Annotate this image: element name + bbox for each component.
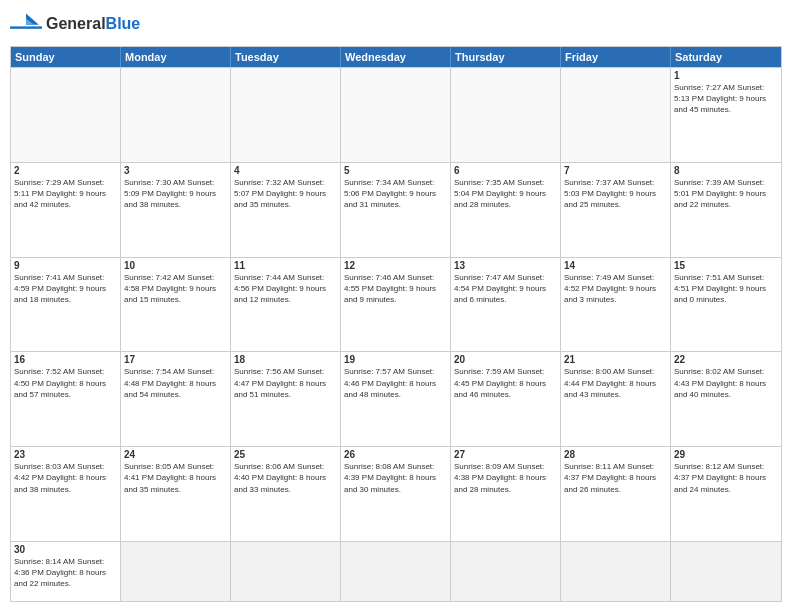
day-number: 24	[124, 449, 227, 460]
day-cell: 2Sunrise: 7:29 AM Sunset: 5:11 PM Daylig…	[11, 163, 121, 257]
day-number: 21	[564, 354, 667, 365]
day-number: 9	[14, 260, 117, 271]
day-info: Sunrise: 7:46 AM Sunset: 4:55 PM Dayligh…	[344, 272, 447, 306]
day-info: Sunrise: 7:54 AM Sunset: 4:48 PM Dayligh…	[124, 366, 227, 400]
day-info: Sunrise: 7:56 AM Sunset: 4:47 PM Dayligh…	[234, 366, 337, 400]
day-info: Sunrise: 7:47 AM Sunset: 4:54 PM Dayligh…	[454, 272, 557, 306]
week-row-2: 2Sunrise: 7:29 AM Sunset: 5:11 PM Daylig…	[11, 162, 781, 257]
day-cell: 15Sunrise: 7:51 AM Sunset: 4:51 PM Dayli…	[671, 258, 781, 352]
day-number: 11	[234, 260, 337, 271]
day-header-wednesday: Wednesday	[341, 47, 451, 67]
day-number: 27	[454, 449, 557, 460]
day-cell	[341, 68, 451, 162]
day-number: 1	[674, 70, 778, 81]
day-info: Sunrise: 8:03 AM Sunset: 4:42 PM Dayligh…	[14, 461, 117, 495]
day-number: 2	[14, 165, 117, 176]
day-header-tuesday: Tuesday	[231, 47, 341, 67]
day-headers: SundayMondayTuesdayWednesdayThursdayFrid…	[11, 47, 781, 67]
day-cell: 26Sunrise: 8:08 AM Sunset: 4:39 PM Dayli…	[341, 447, 451, 541]
day-number: 13	[454, 260, 557, 271]
day-info: Sunrise: 7:41 AM Sunset: 4:59 PM Dayligh…	[14, 272, 117, 306]
day-info: Sunrise: 7:39 AM Sunset: 5:01 PM Dayligh…	[674, 177, 778, 211]
day-cell: 19Sunrise: 7:57 AM Sunset: 4:46 PM Dayli…	[341, 352, 451, 446]
day-cell	[451, 542, 561, 601]
day-cell: 1Sunrise: 7:27 AM Sunset: 5:13 PM Daylig…	[671, 68, 781, 162]
day-cell: 11Sunrise: 7:44 AM Sunset: 4:56 PM Dayli…	[231, 258, 341, 352]
day-number: 22	[674, 354, 778, 365]
day-cell: 29Sunrise: 8:12 AM Sunset: 4:37 PM Dayli…	[671, 447, 781, 541]
day-cell: 10Sunrise: 7:42 AM Sunset: 4:58 PM Dayli…	[121, 258, 231, 352]
day-cell: 20Sunrise: 7:59 AM Sunset: 4:45 PM Dayli…	[451, 352, 561, 446]
day-cell: 25Sunrise: 8:06 AM Sunset: 4:40 PM Dayli…	[231, 447, 341, 541]
day-cell	[231, 542, 341, 601]
day-cell: 16Sunrise: 7:52 AM Sunset: 4:50 PM Dayli…	[11, 352, 121, 446]
calendar: SundayMondayTuesdayWednesdayThursdayFrid…	[10, 46, 782, 602]
day-cell	[561, 68, 671, 162]
day-number: 15	[674, 260, 778, 271]
day-number: 8	[674, 165, 778, 176]
week-row-3: 9Sunrise: 7:41 AM Sunset: 4:59 PM Daylig…	[11, 257, 781, 352]
day-info: Sunrise: 7:27 AM Sunset: 5:13 PM Dayligh…	[674, 82, 778, 116]
day-cell	[341, 542, 451, 601]
day-number: 28	[564, 449, 667, 460]
day-number: 4	[234, 165, 337, 176]
day-cell: 21Sunrise: 8:00 AM Sunset: 4:44 PM Dayli…	[561, 352, 671, 446]
day-info: Sunrise: 8:08 AM Sunset: 4:39 PM Dayligh…	[344, 461, 447, 495]
day-cell: 8Sunrise: 7:39 AM Sunset: 5:01 PM Daylig…	[671, 163, 781, 257]
day-cell	[121, 68, 231, 162]
week-row-6: 30Sunrise: 8:14 AM Sunset: 4:36 PM Dayli…	[11, 541, 781, 601]
day-cell: 4Sunrise: 7:32 AM Sunset: 5:07 PM Daylig…	[231, 163, 341, 257]
day-number: 14	[564, 260, 667, 271]
day-number: 18	[234, 354, 337, 365]
day-cell: 23Sunrise: 8:03 AM Sunset: 4:42 PM Dayli…	[11, 447, 121, 541]
day-cell	[11, 68, 121, 162]
calendar-body: 1Sunrise: 7:27 AM Sunset: 5:13 PM Daylig…	[11, 67, 781, 601]
day-info: Sunrise: 7:59 AM Sunset: 4:45 PM Dayligh…	[454, 366, 557, 400]
day-number: 25	[234, 449, 337, 460]
day-number: 12	[344, 260, 447, 271]
day-number: 10	[124, 260, 227, 271]
day-info: Sunrise: 7:42 AM Sunset: 4:58 PM Dayligh…	[124, 272, 227, 306]
day-info: Sunrise: 7:30 AM Sunset: 5:09 PM Dayligh…	[124, 177, 227, 211]
day-cell: 18Sunrise: 7:56 AM Sunset: 4:47 PM Dayli…	[231, 352, 341, 446]
day-info: Sunrise: 8:05 AM Sunset: 4:41 PM Dayligh…	[124, 461, 227, 495]
day-number: 5	[344, 165, 447, 176]
day-info: Sunrise: 7:57 AM Sunset: 4:46 PM Dayligh…	[344, 366, 447, 400]
week-row-1: 1Sunrise: 7:27 AM Sunset: 5:13 PM Daylig…	[11, 67, 781, 162]
day-cell: 9Sunrise: 7:41 AM Sunset: 4:59 PM Daylig…	[11, 258, 121, 352]
day-info: Sunrise: 8:02 AM Sunset: 4:43 PM Dayligh…	[674, 366, 778, 400]
logo-icon	[10, 10, 42, 38]
day-cell: 24Sunrise: 8:05 AM Sunset: 4:41 PM Dayli…	[121, 447, 231, 541]
day-cell: 27Sunrise: 8:09 AM Sunset: 4:38 PM Dayli…	[451, 447, 561, 541]
day-info: Sunrise: 7:34 AM Sunset: 5:06 PM Dayligh…	[344, 177, 447, 211]
day-number: 6	[454, 165, 557, 176]
week-row-5: 23Sunrise: 8:03 AM Sunset: 4:42 PM Dayli…	[11, 446, 781, 541]
day-number: 17	[124, 354, 227, 365]
logo: GeneralBlue	[10, 10, 140, 38]
day-number: 30	[14, 544, 117, 555]
day-cell: 5Sunrise: 7:34 AM Sunset: 5:06 PM Daylig…	[341, 163, 451, 257]
day-info: Sunrise: 7:44 AM Sunset: 4:56 PM Dayligh…	[234, 272, 337, 306]
day-info: Sunrise: 7:51 AM Sunset: 4:51 PM Dayligh…	[674, 272, 778, 306]
day-header-sunday: Sunday	[11, 47, 121, 67]
day-header-saturday: Saturday	[671, 47, 781, 67]
day-info: Sunrise: 7:37 AM Sunset: 5:03 PM Dayligh…	[564, 177, 667, 211]
day-number: 3	[124, 165, 227, 176]
svg-rect-3	[10, 26, 42, 28]
day-number: 20	[454, 354, 557, 365]
day-cell: 22Sunrise: 8:02 AM Sunset: 4:43 PM Dayli…	[671, 352, 781, 446]
day-cell	[231, 68, 341, 162]
day-info: Sunrise: 7:52 AM Sunset: 4:50 PM Dayligh…	[14, 366, 117, 400]
day-cell	[561, 542, 671, 601]
day-header-thursday: Thursday	[451, 47, 561, 67]
day-cell: 14Sunrise: 7:49 AM Sunset: 4:52 PM Dayli…	[561, 258, 671, 352]
page: GeneralBlue SundayMondayTuesdayWednesday…	[0, 0, 792, 612]
day-number: 29	[674, 449, 778, 460]
day-cell: 13Sunrise: 7:47 AM Sunset: 4:54 PM Dayli…	[451, 258, 561, 352]
day-cell: 28Sunrise: 8:11 AM Sunset: 4:37 PM Dayli…	[561, 447, 671, 541]
day-info: Sunrise: 8:11 AM Sunset: 4:37 PM Dayligh…	[564, 461, 667, 495]
day-number: 16	[14, 354, 117, 365]
logo-text: GeneralBlue	[46, 15, 140, 33]
day-cell: 7Sunrise: 7:37 AM Sunset: 5:03 PM Daylig…	[561, 163, 671, 257]
day-info: Sunrise: 8:06 AM Sunset: 4:40 PM Dayligh…	[234, 461, 337, 495]
